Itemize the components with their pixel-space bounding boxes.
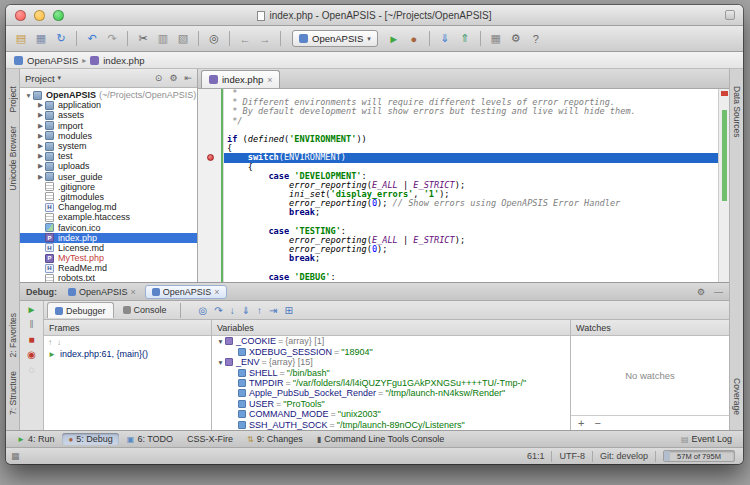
vcs-branch[interactable]: Git: develop bbox=[600, 451, 648, 461]
scroll-from-source-icon[interactable]: ⊙ bbox=[155, 73, 163, 83]
run-to-cursor-icon[interactable]: ⇥ bbox=[269, 305, 277, 316]
step-into-icon[interactable]: ↓ bbox=[230, 305, 235, 316]
file-encoding[interactable]: UTF-8 bbox=[559, 451, 585, 461]
variable-row-tmpdir[interactable]: TMPDIR = "/var/folders/l4/l4iQUZYFgu1GAk… bbox=[212, 378, 570, 388]
tool-button-unicode-browser[interactable]: Unicode Browser bbox=[8, 126, 18, 191]
save-all-icon[interactable]: ▦ bbox=[32, 30, 50, 48]
mute-breakpoints-icon[interactable]: ◌ bbox=[29, 365, 35, 375]
undo-icon[interactable]: ↶ bbox=[83, 30, 101, 48]
tree-item-favicon-ico[interactable]: favicon.ico bbox=[20, 222, 197, 232]
code-text[interactable]: error_reporting(0); bbox=[224, 245, 718, 254]
expand-arrow-icon[interactable]: ▶ bbox=[36, 173, 45, 181]
help-icon[interactable]: ? bbox=[527, 30, 545, 48]
close-icon[interactable]: × bbox=[131, 287, 136, 297]
expand-arrow-icon[interactable]: ▶ bbox=[36, 122, 45, 130]
tree-item-openapsis[interactable]: ▼OpenAPSIS (~/Projects/OpenAPSIS) bbox=[20, 90, 197, 100]
copy-icon[interactable]: ▥ bbox=[154, 30, 172, 48]
force-step-into-icon[interactable]: ⇓ bbox=[242, 305, 250, 316]
code-area[interactable]: * * Different environments will require … bbox=[198, 89, 718, 282]
code-text[interactable]: break; bbox=[224, 208, 718, 217]
tree-item-gitmodules[interactable]: .gitmodules bbox=[20, 192, 197, 202]
expand-arrow-icon[interactable]: ▶ bbox=[36, 142, 45, 150]
tree-item-modules[interactable]: ▶modules bbox=[20, 131, 197, 141]
tree-item-index-php[interactable]: Pindex.php bbox=[20, 233, 197, 243]
tree-item-application[interactable]: ▶application bbox=[20, 100, 197, 110]
frame-up-icon[interactable]: ↑ bbox=[48, 338, 52, 347]
update-project-icon[interactable]: ⇓ bbox=[436, 30, 454, 48]
variable-row-apple-pubsub-socket-render[interactable]: Apple_PubSub_Socket_Render = "/tmp/launc… bbox=[212, 388, 570, 398]
view-breakpoints-icon[interactable]: ◉ bbox=[27, 350, 36, 360]
code-text[interactable]: case 'TESTING': bbox=[224, 227, 718, 236]
run-configuration-select[interactable]: OpenAPSIS ▾ bbox=[292, 30, 378, 47]
tree-item-gitignore[interactable]: .gitignore bbox=[20, 182, 197, 192]
variable-row-shell[interactable]: SHELL = "/bin/bash" bbox=[212, 367, 570, 377]
code-text[interactable]: switch(ENVIRONMENT) bbox=[224, 153, 718, 162]
changes-toolwindow-button[interactable]: ⇅9: Changes bbox=[241, 433, 309, 445]
code-text[interactable]: * By default development will show error… bbox=[224, 107, 718, 116]
variable-row-user[interactable]: USER = "ProTools" bbox=[212, 399, 570, 409]
evaluate-expression-icon[interactable]: ⊞ bbox=[284, 305, 292, 316]
run-icon[interactable]: ► bbox=[385, 30, 403, 48]
titlebar[interactable]: index.php - OpenAPSIS - [~/Projects/Open… bbox=[6, 5, 743, 26]
back-icon[interactable]: ← bbox=[236, 30, 254, 48]
tree-item-import[interactable]: ▶import bbox=[20, 121, 197, 131]
vcs-change-mark[interactable] bbox=[722, 110, 727, 201]
code-text[interactable]: * Different environments will require di… bbox=[224, 98, 718, 107]
tree-item-license-md[interactable]: HLicense.md bbox=[20, 243, 197, 253]
variable-row-command-mode[interactable]: COMMAND_MODE = "unix2003" bbox=[212, 409, 570, 419]
find-icon[interactable]: ◎ bbox=[205, 30, 223, 48]
tree-item-user-guide[interactable]: ▶user_guide bbox=[20, 172, 197, 182]
breakpoint-icon[interactable] bbox=[207, 154, 214, 161]
close-window-icon[interactable] bbox=[15, 10, 26, 21]
run-toolwindow-button[interactable]: ►4: Run bbox=[11, 433, 60, 445]
stop-icon[interactable]: ■ bbox=[28, 335, 34, 345]
minimize-window-icon[interactable] bbox=[34, 10, 45, 21]
code-text[interactable]: case 'DEBUG': bbox=[224, 273, 718, 282]
code-text[interactable]: */ bbox=[224, 117, 718, 126]
commit-icon[interactable]: ⇑ bbox=[456, 30, 474, 48]
cli-console-toolwindow-button[interactable]: ▮Command Line Tools Console bbox=[311, 433, 450, 445]
step-out-icon[interactable]: ↑ bbox=[257, 305, 262, 316]
tool-button-7-structure[interactable]: 7: Structure bbox=[8, 371, 18, 415]
code-text[interactable] bbox=[224, 126, 718, 135]
settings-icon[interactable]: ⚙ bbox=[507, 30, 525, 48]
tree-item-example-htaccess[interactable]: example.htaccess bbox=[20, 212, 197, 222]
error-stripe[interactable] bbox=[718, 89, 729, 282]
expand-arrow-icon[interactable]: ▶ bbox=[36, 111, 45, 119]
close-icon[interactable]: × bbox=[214, 287, 219, 297]
settings-icon[interactable]: ⚙ bbox=[697, 287, 705, 297]
expand-arrow-icon[interactable]: ▼ bbox=[216, 338, 225, 345]
pause-icon[interactable]: ‖ bbox=[29, 320, 33, 330]
code-text[interactable]: { bbox=[224, 163, 718, 172]
tree-item-system[interactable]: ▶system bbox=[20, 141, 197, 151]
changes-grid-icon[interactable]: ▦ bbox=[487, 30, 505, 48]
tool-button-coverage[interactable]: Coverage bbox=[732, 378, 742, 415]
add-watch-button[interactable]: + bbox=[578, 417, 584, 429]
caret-position[interactable]: 61:1 bbox=[527, 451, 545, 461]
zoom-window-icon[interactable] bbox=[53, 10, 64, 21]
show-execution-point-icon[interactable]: ◎ bbox=[199, 305, 208, 316]
synchronize-icon[interactable]: ↻ bbox=[52, 30, 70, 48]
code-text[interactable] bbox=[224, 264, 718, 273]
code-text[interactable]: error_reporting(E_ALL | E_STRICT); bbox=[224, 181, 718, 190]
expand-arrow-icon[interactable]: ▶ bbox=[36, 132, 45, 140]
tree-item-test[interactable]: ▶test bbox=[20, 151, 197, 161]
tree-item-uploads[interactable]: ▶uploads bbox=[20, 161, 197, 171]
tab-debugger[interactable]: Debugger bbox=[47, 302, 114, 318]
variable-row-env[interactable]: ▼_ENV = {array} [15] bbox=[212, 357, 570, 367]
open-icon[interactable]: ▤ bbox=[12, 30, 30, 48]
code-text[interactable]: error_reporting(E_ALL | E_STRICT); bbox=[224, 236, 718, 245]
frame-down-icon[interactable]: ↓ bbox=[57, 338, 61, 347]
code-text[interactable]: if (defined('ENVIRONMENT')) bbox=[224, 135, 718, 144]
code-text[interactable] bbox=[224, 218, 718, 227]
variable-row-cookie[interactable]: ▼_COOKIE = {array} [1] bbox=[212, 336, 570, 346]
close-icon[interactable]: × bbox=[267, 75, 272, 85]
paste-icon[interactable]: ▧ bbox=[174, 30, 192, 48]
tool-button-data-sources[interactable]: Data Sources bbox=[732, 86, 742, 138]
memory-indicator[interactable]: 57M of 795M bbox=[663, 450, 735, 462]
cssxfire-toolwindow-button[interactable]: CSS-X-Fire bbox=[181, 433, 239, 445]
expand-arrow-icon[interactable]: ▶ bbox=[36, 152, 45, 160]
code-text[interactable]: error_reporting(0); // Show errors using… bbox=[224, 199, 718, 208]
variable-row-ssh-auth-sock[interactable]: SSH_AUTH_SOCK = "/tmp/launch-89nOCy/List… bbox=[212, 420, 570, 430]
todo-toolwindow-button[interactable]: ▣6: TODO bbox=[121, 433, 179, 445]
